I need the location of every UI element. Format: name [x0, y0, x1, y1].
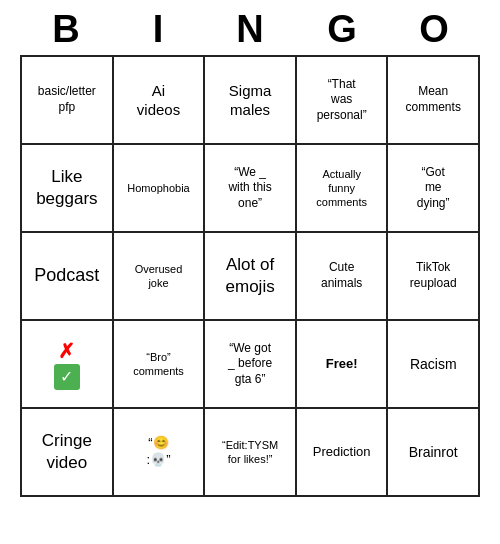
- title-b: B: [22, 8, 110, 51]
- bingo-grid: basic/letterpfp Aivideos Sigmamales “Tha…: [20, 55, 480, 497]
- red-x-icon: ✗: [58, 338, 75, 364]
- cell-r3c1: “Bro”comments: [113, 320, 205, 408]
- cell-r4c0: Cringevideo: [21, 408, 113, 496]
- cell-r4c3: Prediction: [296, 408, 388, 496]
- cell-r1c4: “Gotmedying”: [387, 144, 479, 232]
- cell-r2c2: Alot ofemojis: [204, 232, 296, 320]
- title-g: G: [298, 8, 386, 51]
- cell-r1c1: Homophobia: [113, 144, 205, 232]
- cell-r1c2: “We _with thisone”: [204, 144, 296, 232]
- cell-r3c4: Racism: [387, 320, 479, 408]
- title-o: O: [390, 8, 478, 51]
- cell-r0c4: Meancomments: [387, 56, 479, 144]
- cell-r2c0: Podcast: [21, 232, 113, 320]
- cell-r1c0: Likebeggars: [21, 144, 113, 232]
- cell-r3c2: “We got_ beforegta 6”: [204, 320, 296, 408]
- cell-r2c3: Cuteanimals: [296, 232, 388, 320]
- table-row: Podcast Overusedjoke Alot ofemojis Cutea…: [21, 232, 479, 320]
- table-row: basic/letterpfp Aivideos Sigmamales “Tha…: [21, 56, 479, 144]
- cell-r0c2: Sigmamales: [204, 56, 296, 144]
- cell-r4c4: Brainrot: [387, 408, 479, 496]
- table-row: Likebeggars Homophobia “We _with thisone…: [21, 144, 479, 232]
- green-check-icon: ✓: [54, 364, 80, 390]
- cross-check-icon: ✗ ✓: [54, 338, 80, 390]
- cell-r3c0: ✗ ✓: [21, 320, 113, 408]
- bingo-title: B I N G O: [20, 0, 480, 55]
- cell-r4c1: “😊 :💀”: [113, 408, 205, 496]
- cell-r4c2: “Edit:TYSMfor likes!”: [204, 408, 296, 496]
- title-i: I: [114, 8, 202, 51]
- cell-r2c1: Overusedjoke: [113, 232, 205, 320]
- cell-r1c3: Actuallyfunnycomments: [296, 144, 388, 232]
- cell-r0c0: basic/letterpfp: [21, 56, 113, 144]
- table-row: ✗ ✓ “Bro”comments “We got_ beforegta 6” …: [21, 320, 479, 408]
- cell-r0c3: “Thatwaspersonal”: [296, 56, 388, 144]
- cell-r0c1: Aivideos: [113, 56, 205, 144]
- emoji-group: “😊 :💀”: [118, 435, 200, 469]
- cell-r3c3: Free!: [296, 320, 388, 408]
- cell-r2c4: TikTokreupload: [387, 232, 479, 320]
- title-n: N: [206, 8, 294, 51]
- table-row: Cringevideo “😊 :💀” “Edit:TYSMfor likes!”…: [21, 408, 479, 496]
